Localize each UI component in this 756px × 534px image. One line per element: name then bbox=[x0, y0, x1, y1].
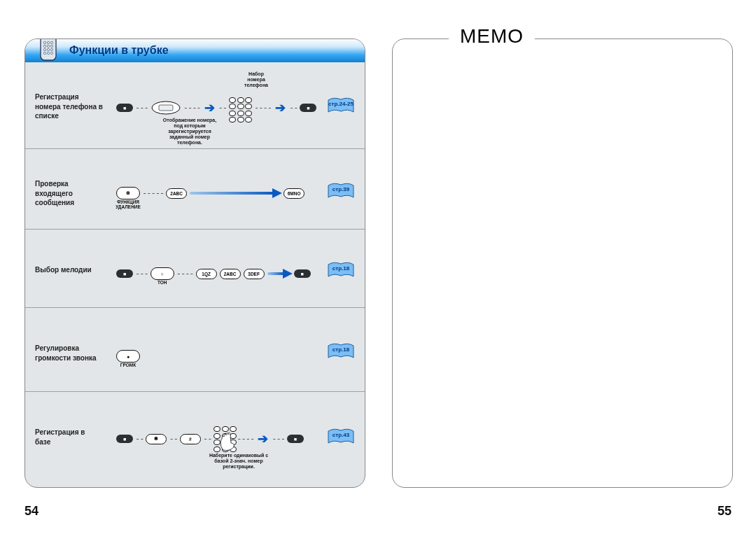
keypad-caption: Наборномерателефона bbox=[235, 71, 277, 88]
row1-flow: ■ --- ---- ➔ -- bbox=[116, 98, 316, 118]
page-ref-book: стр.24-25 bbox=[327, 97, 355, 113]
row4-flow: ● ГРОМК bbox=[116, 346, 140, 366]
svg-point-10 bbox=[47, 48, 49, 50]
row-register-base: Регистрация вбазе ■ -- ✱ -- # -- bbox=[25, 391, 365, 486]
page-ref-book: стр.43 bbox=[327, 428, 355, 444]
svg-point-8 bbox=[50, 45, 52, 47]
svg-point-4 bbox=[47, 41, 49, 43]
tone-button-icon: ○ bbox=[150, 267, 174, 280]
arrow-icon: ➔ bbox=[204, 100, 215, 115]
row2-flow: ⊗ ФУНКЦИЯУДАЛЕНИЕ ----- 2ABC 6MNO bbox=[116, 183, 304, 203]
row-check-message: Проверкавходящегосообщения ⊗ ФУНКЦИЯУДАЛ… bbox=[25, 148, 365, 230]
memo-panel: MEMO bbox=[392, 38, 733, 488]
lcd-display-icon bbox=[150, 99, 181, 116]
hand-keypad-icon bbox=[214, 426, 234, 451]
row-melody: Выбор мелодии ■ --- ○ ТОН ---- 1QZ 2ABC bbox=[25, 229, 365, 308]
functions-panel: Функции в трубке Регистрацияномера телеф… bbox=[24, 38, 365, 488]
keypad-icon bbox=[229, 97, 252, 123]
svg-point-11 bbox=[50, 48, 52, 50]
menu-button-icon: ■ bbox=[300, 104, 316, 112]
panel-title: Функции в трубке bbox=[69, 44, 169, 57]
row-register-number: Регистрацияномера телефона всписке ■ ---… bbox=[25, 63, 365, 149]
lcd-caption: Отображение номера,под которымзарегистри… bbox=[151, 118, 228, 146]
row-label: Проверкавходящегосообщения bbox=[35, 179, 74, 208]
page-number-right: 55 bbox=[718, 504, 732, 519]
arrow-icon: ➔ bbox=[258, 431, 268, 447]
row-label: Выбор мелодии bbox=[35, 265, 92, 275]
row5-flow: ■ -- ✱ -- # -- bbox=[116, 429, 304, 449]
svg-rect-16 bbox=[159, 105, 173, 111]
arrow-long-icon bbox=[267, 272, 291, 275]
panel-title-bar: Функции в трубке bbox=[24, 38, 365, 62]
hash-key-icon: # bbox=[180, 434, 201, 444]
page-ref-book: стр.39 bbox=[327, 182, 355, 199]
key-6-icon: 6MNO bbox=[284, 188, 304, 199]
svg-point-7 bbox=[47, 45, 49, 47]
arrow-icon: ➔ bbox=[275, 100, 286, 115]
row-label: Регулировкагромкости звонка bbox=[35, 344, 97, 363]
svg-point-13 bbox=[47, 52, 49, 54]
arrow-long-icon bbox=[190, 192, 281, 195]
svg-point-6 bbox=[43, 45, 46, 47]
page-ref-book: стр.18 bbox=[327, 261, 355, 278]
rows-area: Регистрацияномера телефона всписке ■ ---… bbox=[25, 63, 365, 487]
star-key-icon: ✱ bbox=[146, 434, 167, 444]
function-button-icon: ⊗ bbox=[116, 187, 140, 199]
row3-flow: ■ --- ○ ТОН ---- 1QZ 2ABC 3DEF ■ bbox=[116, 264, 311, 283]
svg-point-14 bbox=[50, 52, 52, 54]
key-2-icon: 2ABC bbox=[220, 269, 241, 279]
menu-button-icon: ■ bbox=[294, 269, 311, 278]
menu-button-icon: ■ bbox=[116, 104, 133, 112]
key-1-icon: 1QZ bbox=[196, 269, 217, 279]
menu-button-icon: ■ bbox=[287, 435, 304, 443]
menu-button-icon: ■ bbox=[116, 435, 133, 443]
svg-point-9 bbox=[43, 48, 46, 50]
menu-button-icon: ■ bbox=[116, 269, 133, 278]
svg-point-5 bbox=[50, 41, 52, 43]
row-volume: Регулировкагромкости звонка ● ГРОМК стр.… bbox=[25, 307, 365, 392]
svg-point-12 bbox=[43, 52, 46, 54]
volume-button-icon: ● bbox=[116, 350, 140, 363]
page-number-left: 54 bbox=[24, 504, 38, 519]
svg-point-3 bbox=[43, 41, 46, 43]
key-2-icon: 2ABC bbox=[166, 188, 187, 199]
row-label: Регистрация вбазе bbox=[35, 428, 85, 447]
row-label: Регистрацияномера телефона всписке bbox=[35, 92, 103, 121]
memo-title: MEMO bbox=[449, 25, 535, 48]
page-ref-book: стр.18 bbox=[327, 342, 355, 359]
key-3-icon: 3DEF bbox=[244, 269, 265, 279]
handset-icon bbox=[36, 38, 60, 67]
row5-footnote: Наберите одинаковый сбазой 2-знач. номер… bbox=[190, 453, 288, 470]
